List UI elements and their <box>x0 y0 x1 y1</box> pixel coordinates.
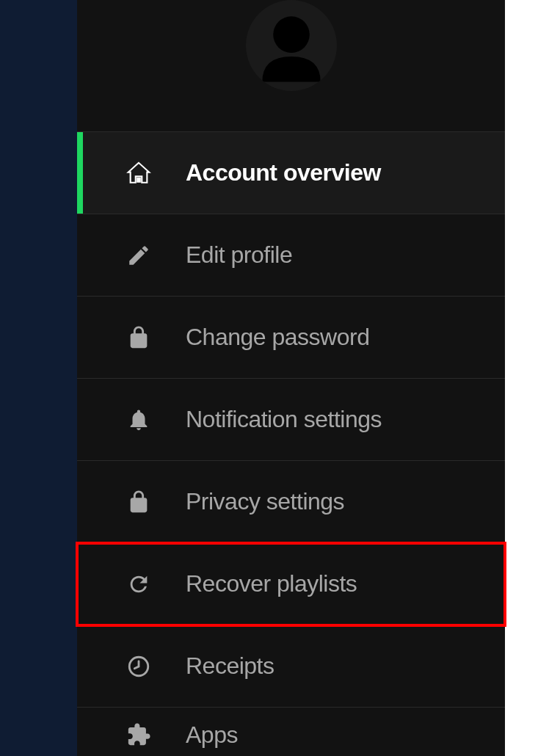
settings-menu-list: Account overview Edit profile <box>77 132 505 756</box>
lock-icon <box>121 490 156 515</box>
menu-item-label: Account overview <box>186 159 381 186</box>
content-area: Account overview Edit profile <box>77 0 549 756</box>
menu-item-label: Privacy settings <box>186 488 344 515</box>
menu-item-label: Apps <box>186 722 238 749</box>
avatar-placeholder <box>246 0 337 91</box>
menu-item-edit-profile[interactable]: Edit profile <box>77 214 505 297</box>
left-sidebar <box>0 0 77 756</box>
profile-header <box>77 0 505 132</box>
menu-item-label: Change password <box>186 324 369 351</box>
svg-rect-1 <box>137 177 141 182</box>
menu-item-privacy-settings[interactable]: Privacy settings <box>77 461 505 543</box>
home-icon <box>121 161 156 186</box>
avatar-icon <box>246 0 337 91</box>
menu-item-apps[interactable]: Apps <box>77 708 505 756</box>
menu-item-change-password[interactable]: Change password <box>77 297 505 379</box>
menu-item-label: Receipts <box>186 653 274 680</box>
menu-item-recover-playlists[interactable]: Recover playlists <box>77 543 505 625</box>
refresh-icon <box>121 572 156 597</box>
svg-point-0 <box>273 16 310 53</box>
settings-menu-panel: Account overview Edit profile <box>77 0 505 756</box>
page-container: Account overview Edit profile <box>0 0 549 756</box>
menu-item-notification-settings[interactable]: Notification settings <box>77 379 505 461</box>
menu-item-label: Edit profile <box>186 241 292 269</box>
pencil-icon <box>121 243 156 268</box>
bell-icon <box>121 407 156 432</box>
lock-icon <box>121 325 156 350</box>
puzzle-icon <box>121 722 156 747</box>
menu-item-label: Notification settings <box>186 406 382 433</box>
menu-item-account-overview[interactable]: Account overview <box>77 132 505 214</box>
menu-item-receipts[interactable]: Receipts <box>77 625 505 708</box>
menu-item-label: Recover playlists <box>186 570 357 597</box>
clock-icon <box>121 654 156 679</box>
